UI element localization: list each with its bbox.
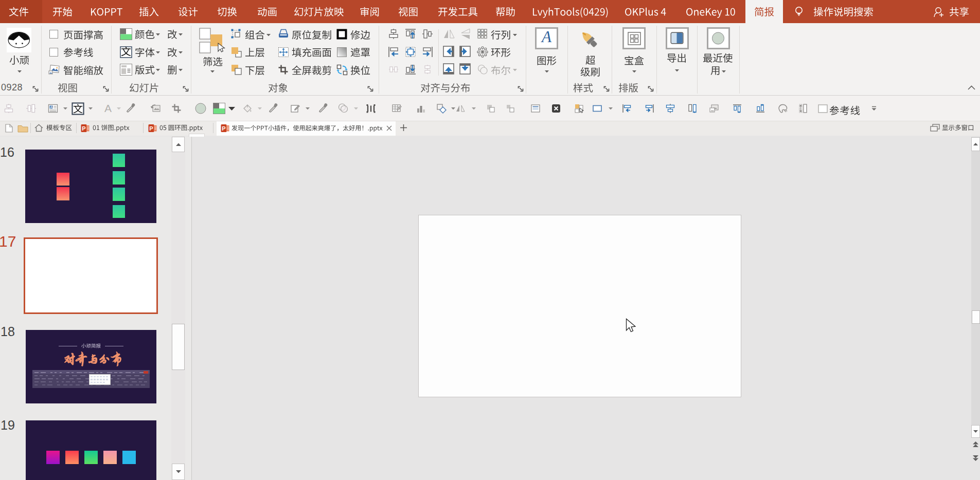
svg-text:A: A bbox=[104, 103, 112, 114]
svg-text:P: P bbox=[149, 125, 153, 132]
svg-text:A: A bbox=[50, 105, 53, 109]
svg-text:P: P bbox=[82, 125, 85, 132]
svg-text:P: P bbox=[222, 125, 225, 132]
